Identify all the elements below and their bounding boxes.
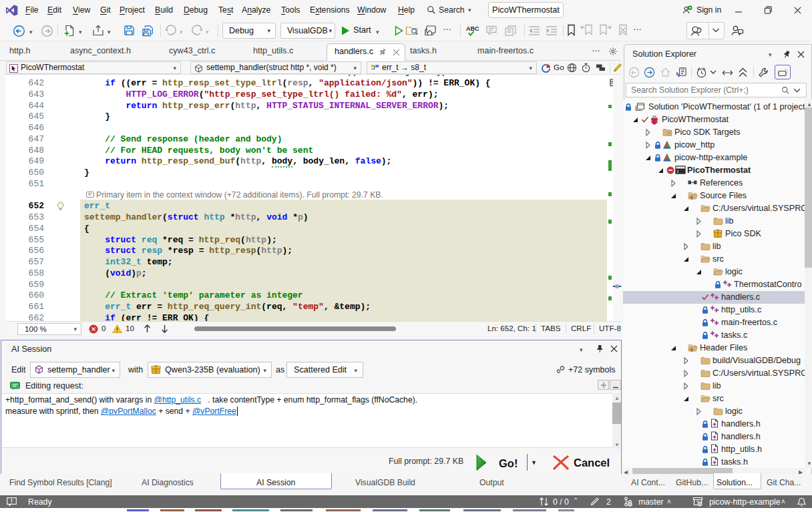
svg-text:ABC: ABC <box>466 25 479 32</box>
